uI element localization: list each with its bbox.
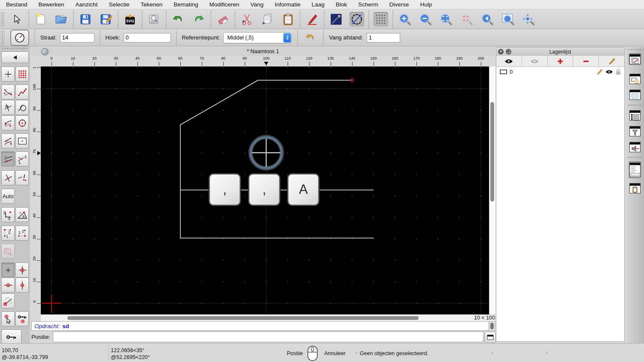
vang-afstand-input[interactable]: [367, 33, 400, 42]
menu-bemating[interactable]: Bemating: [173, 1, 198, 8]
tool-snap-select[interactable]: [1, 311, 15, 326]
menu-aanzicht[interactable]: Aanzicht: [76, 1, 98, 8]
zoom-selection-button[interactable]: [459, 12, 474, 27]
menu-laag[interactable]: Laag: [312, 1, 325, 8]
copy-button[interactable]: [260, 12, 275, 27]
hoek-input[interactable]: [124, 33, 171, 42]
tool-spline[interactable]: [1, 84, 15, 100]
command-scrollbar[interactable]: [489, 321, 495, 331]
tool-lock[interactable]: [1, 329, 21, 344]
tool-relative-12-b[interactable]: 12: [15, 226, 29, 241]
tool-arc[interactable]: [1, 115, 15, 130]
menu-bestand[interactable]: Bestand: [6, 1, 27, 8]
open-document-button[interactable]: [54, 12, 69, 27]
menu-blok[interactable]: Blok: [336, 1, 347, 8]
tool-snap-point[interactable]: [1, 262, 15, 278]
layers-palette-button[interactable]: [629, 53, 641, 65]
redo-button[interactable]: [191, 12, 206, 27]
tool-point[interactable]: [1, 66, 15, 81]
save-as-button[interactable]: [99, 12, 113, 27]
tool-circle-tangent[interactable]: [15, 100, 29, 115]
tool-coord-polar[interactable]: ra: [15, 207, 29, 222]
vertical-scrollbar-thumb[interactable]: [490, 102, 494, 202]
palette-collapse-button[interactable]: [1, 51, 29, 63]
menu-vang[interactable]: Vang: [250, 1, 264, 8]
panel-close-button[interactable]: ✕: [498, 49, 504, 54]
menu-tekenen[interactable]: Tekenen: [140, 1, 162, 8]
show-all-layers-button[interactable]: [496, 56, 522, 67]
menu-modificeren[interactable]: Modificeren: [210, 1, 240, 8]
ellipse-mode-button[interactable]: [349, 12, 364, 27]
tool-snap-horizontal[interactable]: [1, 278, 15, 293]
list-palette-button[interactable]: [629, 109, 641, 121]
tool-snap-angle[interactable]: [1, 293, 15, 308]
referentiepunt-select[interactable]: Middel (,5) ▲▼: [223, 32, 292, 43]
erase-button[interactable]: [216, 12, 230, 27]
tool-shape-snap[interactable]: [1, 244, 15, 259]
print-preview-button[interactable]: [147, 12, 161, 27]
layer-visible-eye-icon[interactable]: [605, 69, 613, 74]
svg-export-button[interactable]: SVG: [123, 12, 137, 27]
command-palette-button[interactable]: [629, 161, 641, 178]
tool-parallel-numbered[interactable]: 12: [15, 151, 29, 166]
command-scrollbar-thumb[interactable]: [490, 323, 494, 329]
undo-button[interactable]: [171, 12, 185, 27]
zoom-in-button[interactable]: [398, 12, 412, 27]
position-input[interactable]: [53, 332, 483, 342]
tool-snap-crosshair[interactable]: [15, 262, 29, 278]
hide-all-layers-button[interactable]: [522, 56, 548, 67]
save-button[interactable]: [78, 12, 93, 27]
filter-palette-button[interactable]: [629, 125, 641, 137]
panel-dock-button[interactable]: ❏: [506, 49, 511, 54]
zoom-out-button[interactable]: [418, 12, 433, 27]
zoom-previous-button[interactable]: [480, 12, 495, 27]
straal-input[interactable]: [60, 33, 94, 42]
drawing-canvas[interactable]: ,,A: [41, 66, 489, 314]
horizontal-scrollbar-thumb[interactable]: [67, 316, 419, 320]
layer-edit-pencil-icon[interactable]: [596, 69, 603, 75]
toolbar-drag-handle[interactable]: [1, 12, 4, 27]
layer-row[interactable]: 0: [496, 67, 624, 76]
command-line[interactable]: Opdracht: sd: [31, 321, 489, 331]
tool-relative-12-a[interactable]: 12: [1, 226, 15, 241]
document-proxy-icon[interactable]: [41, 48, 49, 55]
menu-hulp[interactable]: Hulp: [420, 1, 432, 8]
horizontal-scrollbar[interactable]: [41, 314, 472, 322]
param-undo-button[interactable]: [303, 30, 318, 45]
layer-name[interactable]: 0: [510, 69, 513, 75]
objects-palette-button[interactable]: [629, 73, 641, 85]
edit-layer-button[interactable]: [599, 56, 624, 67]
tool-intersection-point[interactable]: [1, 170, 15, 185]
layer-lock-icon[interactable]: [616, 69, 621, 75]
position-panel-button[interactable]: [485, 332, 496, 343]
layers-panel-header[interactable]: ✕ ❏ Lagenlijst: [496, 48, 624, 56]
line-mode-button[interactable]: [329, 12, 343, 27]
layer-color-swatch[interactable]: [500, 69, 507, 74]
add-layer-button[interactable]: [548, 56, 574, 67]
zoom-window-button[interactable]: [501, 12, 515, 27]
tool-auto[interactable]: Auto: [1, 189, 15, 204]
tool-snap-vertical[interactable]: [15, 278, 29, 293]
vertical-scrollbar[interactable]: [489, 66, 495, 314]
clipboard-palette-button[interactable]: [629, 182, 641, 194]
select-tool-button[interactable]: [9, 12, 24, 27]
tool-trim[interactable]: [1, 100, 15, 115]
tool-key-snap[interactable]: [15, 311, 29, 326]
tool-polyline[interactable]: [15, 84, 29, 100]
pen-style-button[interactable]: [305, 12, 319, 27]
menu-informatie[interactable]: Informatie: [275, 1, 301, 8]
preview-palette-button[interactable]: [629, 89, 641, 101]
tool-point-on-line[interactable]: [15, 170, 29, 185]
menu-scherm[interactable]: Scherm: [358, 1, 378, 8]
tool-parallel-selected[interactable]: [1, 151, 15, 166]
grid-toggle-button[interactable]: [374, 12, 388, 27]
remove-layer-button[interactable]: [573, 56, 599, 67]
menu-diverse[interactable]: Diverse: [389, 1, 409, 8]
zoom-fit-button[interactable]: [439, 12, 453, 27]
menu-bewerken[interactable]: Bewerken: [39, 1, 64, 8]
tool-construction-line[interactable]: [15, 133, 29, 148]
paste-button[interactable]: [281, 12, 295, 27]
tool-tangent-arc[interactable]: [1, 133, 15, 148]
cut-button[interactable]: [240, 12, 254, 27]
tool-point-grid[interactable]: [15, 66, 29, 81]
